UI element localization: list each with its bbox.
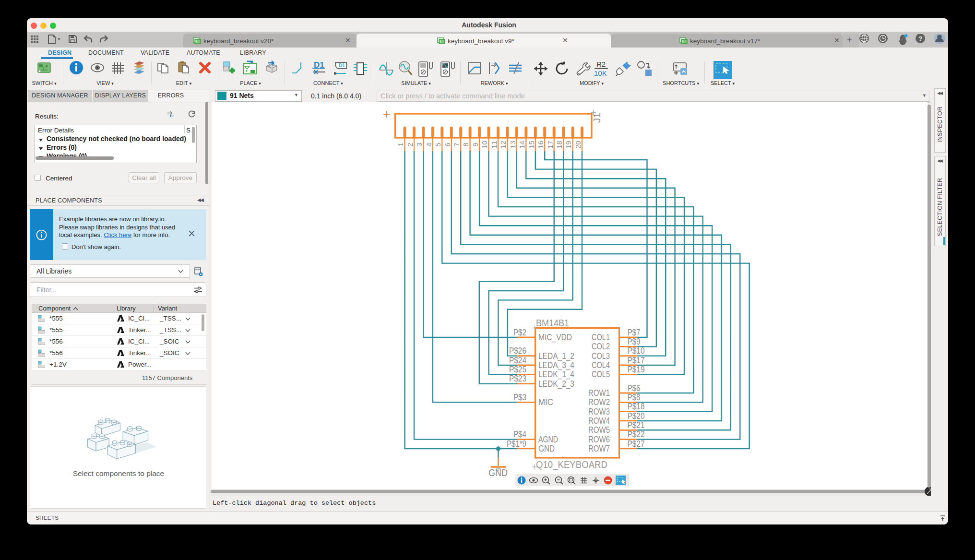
svg-text:?: ? <box>918 35 922 42</box>
svg-text:7: 7 <box>453 143 461 146</box>
svg-text:P$1*9: P$1*9 <box>507 439 526 449</box>
svg-text:COL3: COL3 <box>592 351 610 361</box>
svg-text:BM14B1: BM14B1 <box>536 318 569 328</box>
svg-text:P$21: P$21 <box>628 420 645 430</box>
svg-text:17: 17 <box>547 141 554 149</box>
svg-text:3: 3 <box>416 143 423 146</box>
svg-text:P$9: P$9 <box>628 336 641 346</box>
svg-text:ROW6: ROW6 <box>588 434 610 444</box>
svg-text:LEDK_2_3: LEDK_2_3 <box>538 379 574 389</box>
svg-text:8: 8 <box>462 143 470 146</box>
svg-text:P$8: P$8 <box>628 392 641 402</box>
svg-text:6: 6 <box>444 143 452 146</box>
svg-text:ROW2: ROW2 <box>588 397 610 407</box>
svg-text:9: 9 <box>472 143 479 146</box>
svg-text:20: 20 <box>574 141 582 149</box>
svg-text:P$26: P$26 <box>509 346 526 356</box>
svg-text:COL4: COL4 <box>592 360 610 370</box>
svg-text:P$7: P$7 <box>628 327 641 337</box>
svg-text:2: 2 <box>406 143 414 146</box>
svg-text:P$2: P$2 <box>513 327 526 337</box>
svg-text:P$20: P$20 <box>628 411 645 421</box>
svg-text:1: 1 <box>397 143 404 146</box>
svg-text:14: 14 <box>518 141 526 149</box>
svg-text:ROW7: ROW7 <box>588 443 610 453</box>
svg-text:P$23: P$23 <box>509 373 526 383</box>
svg-text:ROW5: ROW5 <box>588 425 610 435</box>
svg-text:MIC_VDD: MIC_VDD <box>538 332 572 343</box>
svg-text:P$3: P$3 <box>513 392 526 402</box>
svg-text:AGND: AGND <box>538 434 558 444</box>
svg-text:Q10_KEYBOARD: Q10_KEYBOARD <box>536 459 607 470</box>
svg-text:P$18: P$18 <box>628 401 645 411</box>
svg-text:12: 12 <box>499 141 507 149</box>
svg-text:ROW1: ROW1 <box>588 388 610 398</box>
svg-text:D1: D1 <box>339 63 345 68</box>
svg-text:ROW3: ROW3 <box>588 406 610 417</box>
svg-text:10: 10 <box>481 141 488 149</box>
svg-text:P$17: P$17 <box>628 355 645 365</box>
svg-text:P$25: P$25 <box>509 364 526 374</box>
svg-text:19: 19 <box>565 141 572 149</box>
svg-text:ROW4: ROW4 <box>588 416 610 426</box>
svg-text:16: 16 <box>537 141 545 149</box>
svg-text:R2: R2 <box>596 60 606 68</box>
svg-text:10K: 10K <box>594 69 607 77</box>
svg-text:P$19: P$19 <box>628 364 645 374</box>
svg-text:11: 11 <box>490 141 498 149</box>
svg-text:5: 5 <box>434 143 442 146</box>
svg-text:P$4: P$4 <box>513 429 526 439</box>
svg-text:COL1: COL1 <box>592 332 610 342</box>
svg-text:GND: GND <box>538 443 555 453</box>
svg-text:P$24: P$24 <box>509 355 526 365</box>
svg-text:P$22: P$22 <box>628 429 645 439</box>
svg-text:18: 18 <box>556 141 563 149</box>
svg-text:COL2: COL2 <box>592 341 610 351</box>
svg-text:4: 4 <box>425 143 433 146</box>
svg-text:P$10: P$10 <box>628 346 645 356</box>
svg-text:P$27: P$27 <box>628 439 645 449</box>
svg-text:13: 13 <box>509 141 517 149</box>
svg-text:MIC: MIC <box>538 397 553 407</box>
svg-text:P$6: P$6 <box>628 383 641 393</box>
svg-text:15: 15 <box>528 141 535 149</box>
svg-text:COL5: COL5 <box>592 369 610 379</box>
